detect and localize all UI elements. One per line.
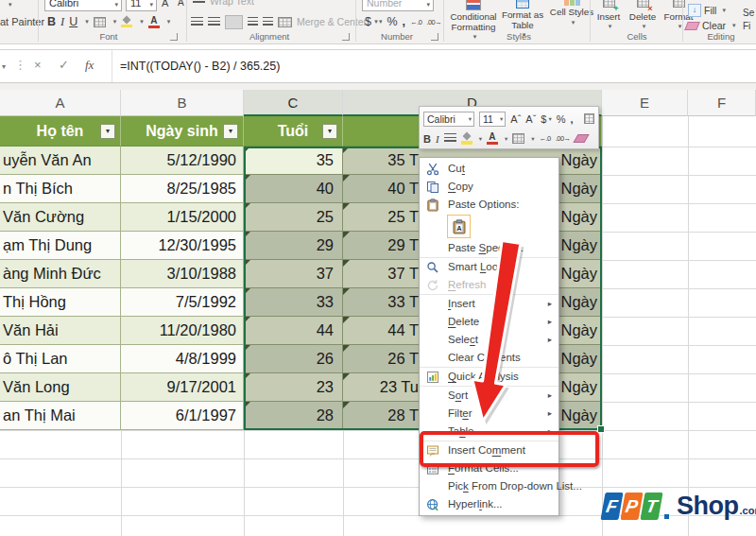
mini-comma-button[interactable]: , [571,113,574,125]
cell-name[interactable]: Văn Hải [0,317,121,345]
paste-option-button[interactable]: A [447,215,471,238]
mini-currency-button[interactable]: $▾ [541,113,551,125]
borders-dropdown-caret[interactable]: ▾ [113,18,117,26]
font-color-caret[interactable]: ▾ [167,18,171,26]
merge-center-icon[interactable] [278,17,292,27]
menu-item-clear-contents[interactable]: Clear Contents [420,349,558,367]
mini-fill-color-button[interactable] [461,132,472,145]
wrap-text-label[interactable]: Wrap Text [210,0,254,7]
merge-center-label[interactable]: Merge & Center [297,16,367,27]
menu-item-insert-comment[interactable]: Insert Comment [420,441,558,459]
cell-age[interactable]: 33 [244,288,343,317]
increase-decimal-button[interactable]: ←.0 [410,18,421,26]
insert-function-button[interactable]: fx [85,58,94,73]
menu-item-insert[interactable]: Insert▸ [420,294,558,313]
cell-age[interactable]: 29 [244,232,343,260]
align-center-icon[interactable] [208,17,220,27]
column-header-E[interactable]: E [602,90,688,116]
cell-name[interactable]: Văn Long [0,373,121,402]
insert-cells-button[interactable]: + Insert ▾ [593,0,625,32]
menu-item-refresh[interactable]: Refresh [420,276,558,294]
column-header-C[interactable]: C [244,90,343,116]
cell-age[interactable]: 40 [244,175,343,203]
column-header-F[interactable]: F [688,90,756,116]
menu-item-select[interactable]: Select▸ [420,331,558,349]
menu-item-delete[interactable]: Delete▸ [420,313,558,331]
menu-item-cut[interactable]: Cut [420,160,558,178]
align-right-icon[interactable] [225,15,243,29]
menu-item-hyperlink[interactable]: Hyperlink... [420,495,558,513]
paste-caret[interactable]: ▾ [9,1,12,9]
mini-increase-decimal[interactable]: ←.0 [539,134,550,143]
filter-dropdown-button[interactable]: ▾ [100,124,115,139]
cell-age[interactable]: 25 [244,203,343,232]
cell-dob[interactable]: 12/30/1995 [121,232,244,260]
cell-dob[interactable]: 3/10/1988 [121,260,244,288]
increase-indent-icon[interactable] [263,17,273,27]
cell-name[interactable]: n Thị Bích [0,175,121,203]
fill-handle[interactable] [597,425,605,433]
fill-color-caret[interactable]: ▾ [140,18,144,26]
cell-dob[interactable]: 6/1/1997 [121,402,244,430]
underline-dropdown-caret[interactable]: ▾ [85,18,89,26]
cell-age[interactable]: 26 [244,345,343,373]
formula-input[interactable]: =INT((TODAY() - B2) / 365.25) [112,50,756,82]
filter-dropdown-button[interactable]: ▾ [223,124,238,139]
cell-name[interactable]: ạm Thị Dung [0,232,121,260]
mini-font-color-button[interactable]: A [487,132,498,146]
mini-borders-icon[interactable] [512,133,524,144]
menu-item-smart-lookup[interactable]: Smart Lookup [420,257,558,276]
filter-dropdown-button[interactable]: ▾ [322,124,337,139]
mini-font-size-box[interactable]: 11 ▾ [479,112,506,127]
mini-shrink-font-button[interactable]: Aˇ [525,113,536,125]
percent-button[interactable]: % [387,15,397,28]
cell-dob[interactable]: 1/15/2000 [121,203,244,232]
chevron-down-icon[interactable]: ▾ [479,135,482,143]
chevron-down-icon[interactable]: ▾ [531,135,534,143]
cell-dob[interactable]: 7/5/1992 [121,288,244,317]
table-header-cell[interactable]: Tuổi▾ [244,116,343,147]
confirm-entry-button[interactable]: ✓ [59,58,69,72]
align-left-icon[interactable] [191,17,203,27]
bold-button[interactable]: B [47,15,56,28]
table-header-cell[interactable]: Ngày sinh▾ [121,116,244,147]
cell-age[interactable]: 23 [244,373,343,402]
table-header-cell[interactable]: Họ tên▾ [0,116,121,147]
menu-item-paste-special[interactable]: Paste Special... [420,239,558,257]
name-box-caret[interactable]: ▾ [2,62,6,71]
currency-button[interactable]: $ [365,15,371,28]
cell-age[interactable]: 44 [244,317,343,345]
clear-button[interactable]: Clear ▾ [686,20,736,31]
menu-item-table[interactable]: Table▸ [420,423,558,441]
number-dialog-launcher[interactable] [431,33,438,41]
delete-cells-button[interactable]: × Delete ▾ [626,0,660,32]
mini-grow-font-button[interactable]: Aˆ [510,113,521,125]
comma-button[interactable]: , [403,15,405,28]
menu-item-format-cells[interactable]: Format Cells... [420,459,558,477]
cell-name[interactable]: Thị Hồng [0,288,121,317]
cell-dob[interactable]: 9/17/2001 [121,373,244,402]
decrease-decimal-button[interactable]: .00→ [426,18,441,26]
column-header-B[interactable]: B [121,90,244,116]
menu-item-filter[interactable]: Filter▸ [420,405,558,423]
cell-name[interactable]: an Thị Mai [0,402,121,430]
grow-font-button[interactable]: Aˆ [162,0,172,9]
italic-button[interactable]: I [60,15,64,29]
chevron-down-icon[interactable]: ▾ [505,135,507,143]
cell-dob[interactable]: 8/25/1985 [121,175,244,203]
cancel-entry-button[interactable]: × [34,58,42,72]
wrap-text-icon[interactable] [193,0,205,5]
menu-item-quick-analysis[interactable]: Quick Analysis [420,367,558,386]
cell-dob[interactable]: 4/8/1999 [121,345,244,373]
menu-item-copy[interactable]: Copy [420,178,558,196]
format-painter-brush-icon[interactable] [573,134,589,143]
mini-table-icon[interactable] [584,113,594,124]
font-dialog-launcher[interactable] [170,33,178,41]
mini-percent-button[interactable]: % [557,113,566,125]
cell-name[interactable]: Văn Cường [0,203,121,232]
cell-name[interactable]: ô Thị Lan [0,345,121,373]
cell-name[interactable]: àng Minh Đức [0,260,121,288]
mini-font-name-box[interactable]: Calibri ▾ [423,112,474,127]
fill-color-button[interactable] [121,16,132,28]
decrease-indent-icon[interactable] [248,17,258,27]
